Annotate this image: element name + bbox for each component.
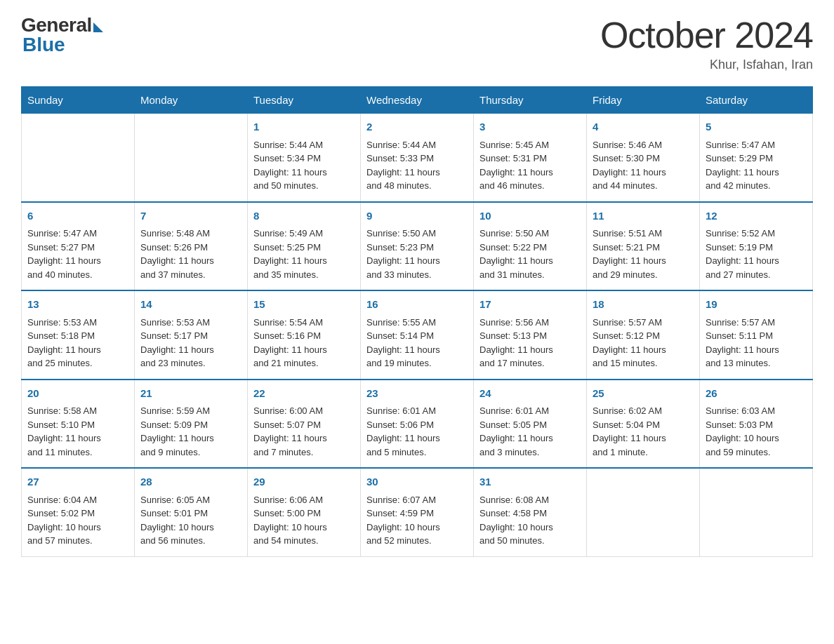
- day-info: Sunset: 5:22 PM: [479, 241, 581, 255]
- day-info: and 57 minutes.: [27, 534, 128, 548]
- day-info: Daylight: 11 hours: [366, 343, 468, 357]
- day-info: and 27 minutes.: [706, 268, 807, 282]
- calendar-cell: 29Sunrise: 6:06 AMSunset: 5:00 PMDayligh…: [248, 468, 361, 556]
- calendar-cell: 4Sunrise: 5:46 AMSunset: 5:30 PMDaylight…: [587, 114, 700, 202]
- day-info: and 59 minutes.: [706, 445, 807, 459]
- day-info: Sunset: 5:07 PM: [253, 418, 355, 432]
- day-number: 18: [593, 297, 694, 313]
- day-info: Daylight: 11 hours: [140, 343, 241, 357]
- day-number: 22: [253, 386, 355, 402]
- location-subtitle: Khur, Isfahan, Iran: [600, 58, 813, 72]
- day-info: and 29 minutes.: [593, 268, 694, 282]
- day-number: 24: [479, 386, 581, 402]
- logo-arrow-icon: [93, 22, 103, 32]
- day-number: 13: [27, 297, 128, 313]
- day-info: Sunset: 4:59 PM: [366, 507, 468, 521]
- day-number: 28: [140, 474, 241, 490]
- day-info: Daylight: 11 hours: [253, 254, 355, 268]
- calendar-cell: 15Sunrise: 5:54 AMSunset: 5:16 PMDayligh…: [248, 290, 361, 380]
- day-info: and 3 minutes.: [479, 445, 581, 459]
- day-info: Sunrise: 5:46 AM: [593, 138, 694, 152]
- day-info: Sunrise: 6:00 AM: [253, 404, 355, 418]
- calendar-cell: 27Sunrise: 6:04 AMSunset: 5:02 PMDayligh…: [22, 468, 135, 556]
- title-block: October 2024 Khur, Isfahan, Iran: [600, 14, 813, 72]
- day-number: 17: [479, 297, 581, 313]
- calendar-cell: [135, 114, 248, 202]
- day-info: and 40 minutes.: [27, 268, 128, 282]
- calendar-table: SundayMondayTuesdayWednesdayThursdayFrid…: [21, 86, 813, 557]
- day-info: and 17 minutes.: [479, 356, 581, 370]
- header-cell-saturday: Saturday: [700, 87, 813, 114]
- day-info: Daylight: 11 hours: [479, 343, 581, 357]
- day-info: Daylight: 10 hours: [253, 521, 355, 535]
- calendar-cell: 2Sunrise: 5:44 AMSunset: 5:33 PMDaylight…: [361, 114, 474, 202]
- day-number: 7: [140, 208, 241, 224]
- day-info: Daylight: 11 hours: [140, 254, 241, 268]
- day-info: Sunrise: 5:51 AM: [593, 227, 694, 241]
- day-info: and 21 minutes.: [253, 356, 355, 370]
- calendar-cell: 11Sunrise: 5:51 AMSunset: 5:21 PMDayligh…: [587, 202, 700, 291]
- day-info: Sunrise: 5:49 AM: [253, 227, 355, 241]
- day-info: and 35 minutes.: [253, 268, 355, 282]
- calendar-cell: 10Sunrise: 5:50 AMSunset: 5:22 PMDayligh…: [474, 202, 587, 291]
- day-info: Daylight: 11 hours: [253, 431, 355, 445]
- calendar-week-2: 13Sunrise: 5:53 AMSunset: 5:18 PMDayligh…: [22, 290, 813, 380]
- day-info: Sunset: 5:16 PM: [253, 329, 355, 343]
- header-cell-monday: Monday: [135, 87, 248, 114]
- day-number: 20: [27, 386, 128, 402]
- calendar-cell: 8Sunrise: 5:49 AMSunset: 5:25 PMDaylight…: [248, 202, 361, 291]
- day-info: Daylight: 11 hours: [366, 431, 468, 445]
- header-row: SundayMondayTuesdayWednesdayThursdayFrid…: [22, 87, 813, 114]
- logo: General Blue: [21, 14, 103, 56]
- day-info: Sunrise: 5:57 AM: [706, 316, 807, 330]
- day-info: Sunrise: 5:44 AM: [253, 138, 355, 152]
- day-info: and 33 minutes.: [366, 268, 468, 282]
- day-number: 25: [593, 386, 694, 402]
- day-info: Sunrise: 6:07 AM: [366, 493, 468, 507]
- day-info: Sunset: 4:58 PM: [479, 507, 581, 521]
- day-info: and 52 minutes.: [366, 534, 468, 548]
- calendar-cell: 22Sunrise: 6:00 AMSunset: 5:07 PMDayligh…: [248, 380, 361, 469]
- day-info: Sunset: 5:26 PM: [140, 241, 241, 255]
- day-info: Sunset: 5:03 PM: [706, 418, 807, 432]
- day-info: and 48 minutes.: [366, 179, 468, 193]
- header-cell-friday: Friday: [587, 87, 700, 114]
- day-info: Sunrise: 5:50 AM: [366, 227, 468, 241]
- day-info: Sunset: 5:33 PM: [366, 152, 468, 166]
- day-number: 26: [706, 386, 807, 402]
- calendar-cell: 21Sunrise: 5:59 AMSunset: 5:09 PMDayligh…: [135, 380, 248, 469]
- logo-blue-text: Blue: [22, 34, 65, 56]
- day-info: and 23 minutes.: [140, 356, 241, 370]
- day-info: Daylight: 11 hours: [366, 166, 468, 180]
- day-info: and 9 minutes.: [140, 445, 241, 459]
- day-info: Sunset: 5:04 PM: [593, 418, 694, 432]
- day-info: Daylight: 11 hours: [479, 431, 581, 445]
- day-info: Sunset: 5:31 PM: [479, 152, 581, 166]
- day-info: Sunset: 5:19 PM: [706, 241, 807, 255]
- day-info: Sunrise: 6:08 AM: [479, 493, 581, 507]
- day-info: Daylight: 11 hours: [706, 166, 807, 180]
- day-number: 12: [706, 208, 807, 224]
- day-info: Sunset: 5:06 PM: [366, 418, 468, 432]
- calendar-week-3: 20Sunrise: 5:58 AMSunset: 5:10 PMDayligh…: [22, 380, 813, 469]
- day-number: 1: [253, 119, 355, 135]
- calendar-cell: 7Sunrise: 5:48 AMSunset: 5:26 PMDaylight…: [135, 202, 248, 291]
- calendar-cell: 30Sunrise: 6:07 AMSunset: 4:59 PMDayligh…: [361, 468, 474, 556]
- calendar-cell: 23Sunrise: 6:01 AMSunset: 5:06 PMDayligh…: [361, 380, 474, 469]
- day-info: Sunrise: 5:54 AM: [253, 316, 355, 330]
- day-info: and 1 minute.: [593, 445, 694, 459]
- day-info: and 42 minutes.: [706, 179, 807, 193]
- page-header: General Blue October 2024 Khur, Isfahan,…: [21, 14, 813, 72]
- calendar-cell: 17Sunrise: 5:56 AMSunset: 5:13 PMDayligh…: [474, 290, 587, 380]
- calendar-week-0: 1Sunrise: 5:44 AMSunset: 5:34 PMDaylight…: [22, 114, 813, 202]
- calendar-week-1: 6Sunrise: 5:47 AMSunset: 5:27 PMDaylight…: [22, 202, 813, 291]
- calendar-cell: 5Sunrise: 5:47 AMSunset: 5:29 PMDaylight…: [700, 114, 813, 202]
- calendar-cell: 26Sunrise: 6:03 AMSunset: 5:03 PMDayligh…: [700, 380, 813, 469]
- day-info: Daylight: 10 hours: [27, 521, 128, 535]
- day-info: Sunset: 5:27 PM: [27, 241, 128, 255]
- day-number: 16: [366, 297, 468, 313]
- day-info: Daylight: 11 hours: [253, 343, 355, 357]
- day-info: Sunrise: 6:01 AM: [366, 404, 468, 418]
- day-info: Daylight: 11 hours: [253, 166, 355, 180]
- day-info: Sunrise: 5:47 AM: [706, 138, 807, 152]
